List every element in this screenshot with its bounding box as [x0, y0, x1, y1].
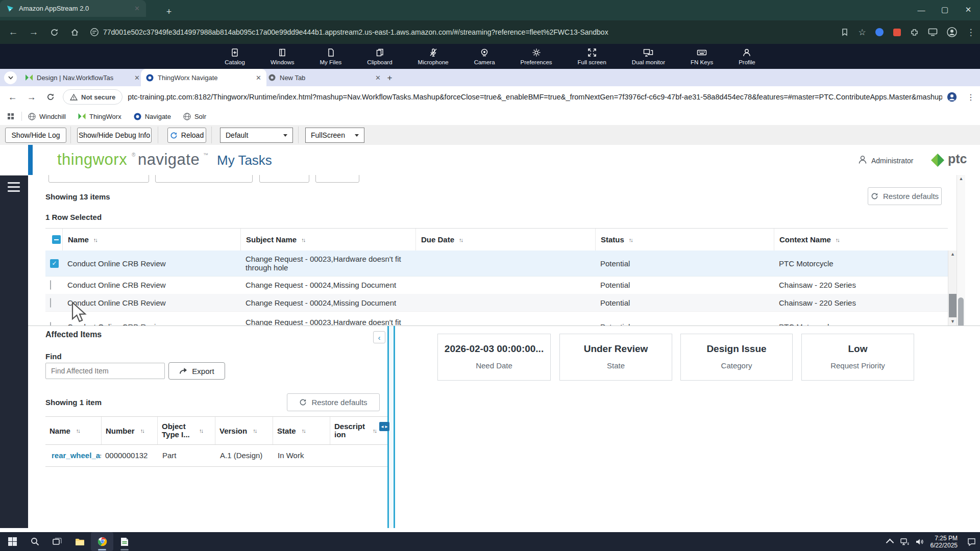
column-resize-handle[interactable]: ◄► — [379, 422, 389, 431]
column-header-due-date[interactable]: Due Date — [415, 229, 595, 251]
sort-icon[interactable] — [93, 237, 97, 243]
column-header-name[interactable]: Name — [62, 229, 240, 251]
column-header-name[interactable]: Name — [45, 417, 101, 444]
toolbar-item-profile[interactable]: Profile — [726, 44, 768, 69]
bookmark-navigate[interactable]: Navigate — [128, 113, 177, 120]
toolbar-item-preferences[interactable]: Preferences — [508, 44, 565, 69]
inner-back-icon[interactable]: ← — [3, 92, 22, 103]
screen-select[interactable]: FullScreen — [305, 128, 364, 143]
profile-avatar-icon[interactable] — [942, 27, 962, 37]
toolbar-item-dual-monitor[interactable]: Dual monitor — [619, 44, 678, 69]
column-header-context[interactable]: Context Name — [774, 229, 948, 251]
tab-close-icon[interactable]: ✕ — [375, 74, 381, 82]
affected-item-link[interactable]: rear_wheel_as — [45, 451, 101, 460]
row-checkbox-checked[interactable]: ✓ — [50, 259, 59, 268]
filter-input-clipped[interactable] — [48, 175, 149, 183]
bookmark-solr[interactable]: Solr — [177, 113, 212, 120]
toolbar-item-camera[interactable]: Camera — [461, 44, 508, 69]
inner-menu-icon[interactable]: ⋮ — [962, 92, 980, 102]
tray-expand-icon[interactable] — [883, 532, 898, 551]
table-row[interactable]: ✓ Conduct Online CRB Review Change Reque… — [45, 251, 948, 277]
star-icon[interactable]: ☆ — [853, 27, 871, 38]
mashup-select[interactable]: Default — [220, 128, 293, 143]
search-button[interactable] — [23, 532, 46, 551]
outer-tab-appstream[interactable]: Amazon AppStream 2.0 ✕ — [0, 0, 146, 17]
sort-icon[interactable] — [836, 237, 839, 243]
toolbar-item-microphone[interactable]: Microphone — [405, 44, 461, 69]
inner-forward-icon[interactable]: → — [22, 92, 41, 103]
collapse-panel-button[interactable]: ‹ — [373, 331, 385, 343]
outer-minimize-button[interactable]: — — [910, 0, 933, 19]
taskbar-clock[interactable]: 7:25 PM 6/22/2025 — [930, 535, 958, 549]
sort-icon[interactable] — [373, 428, 376, 434]
bookmark-windchill[interactable]: Windchill — [22, 113, 72, 120]
site-settings-icon[interactable] — [90, 28, 99, 37]
chrome-taskbar-button[interactable] — [91, 532, 113, 551]
filter-button-clipped[interactable] — [315, 175, 359, 183]
outer-refresh-icon[interactable] — [44, 28, 64, 37]
tab-thingworx-navigate-active[interactable]: ThingWorx Navigate ✕ — [141, 69, 266, 86]
office-app-button[interactable] — [113, 532, 136, 551]
table-row-clipped[interactable]: Conduct Online CRB Review Change Request… — [28, 311, 948, 325]
column-header-status[interactable]: Status — [595, 229, 774, 251]
scroll-up-icon[interactable]: ▲ — [948, 251, 957, 258]
user-icon[interactable] — [857, 155, 868, 165]
sort-icon[interactable] — [629, 237, 632, 243]
tab-search-chevron-icon[interactable] — [4, 71, 17, 84]
sort-icon[interactable] — [459, 237, 462, 243]
start-button[interactable] — [1, 532, 23, 551]
inner-profile-avatar-icon[interactable] — [942, 92, 962, 102]
table-row[interactable]: Conduct Online CRB Review Change Request… — [45, 294, 948, 312]
outer-new-tab-button[interactable]: + — [162, 5, 176, 18]
apps-grid-icon[interactable] — [0, 113, 21, 120]
outer-tab-close-icon[interactable]: ✕ — [134, 5, 140, 12]
tab-close-icon[interactable]: ✕ — [134, 74, 140, 82]
volume-icon[interactable] — [912, 532, 927, 551]
scroll-down-icon[interactable]: ▼ — [948, 318, 957, 325]
show-hide-log-button[interactable]: Show/Hide Log — [5, 128, 66, 143]
affected-table-row[interactable]: rear_wheel_as 0000000132 Part A.1 (Desig… — [45, 444, 387, 467]
scrollbar-thumb[interactable] — [949, 294, 957, 317]
row-checkbox[interactable] — [50, 280, 51, 290]
screen-share-icon[interactable] — [923, 28, 942, 36]
filter-input-clipped[interactable] — [155, 175, 253, 183]
column-header-description[interactable]: Description — [330, 417, 387, 444]
column-header-state[interactable]: State — [273, 417, 330, 444]
show-hide-debug-button[interactable]: Show/Hide Debug Info — [77, 128, 152, 143]
task-view-button[interactable] — [46, 532, 68, 551]
sort-icon[interactable] — [140, 428, 144, 434]
inner-new-tab-button[interactable]: + — [384, 72, 396, 84]
user-name[interactable]: Administrator — [871, 157, 913, 165]
action-center-icon[interactable] — [963, 532, 980, 551]
tab-new-tab[interactable]: New Tab ✕ — [263, 69, 386, 86]
outer-home-icon[interactable] — [64, 28, 85, 37]
toolbar-item-catalog[interactable]: Catalog — [212, 44, 258, 69]
restore-defaults-button[interactable]: Restore defaults — [868, 187, 942, 205]
sort-icon[interactable] — [76, 428, 80, 434]
sort-icon[interactable] — [301, 237, 305, 243]
outer-forward-icon[interactable]: → — [23, 27, 44, 38]
not-secure-chip[interactable]: Not secure — [63, 89, 122, 105]
table-scrollbar[interactable]: ▲ ▼ — [948, 251, 957, 325]
extensions-puzzle-icon[interactable] — [905, 28, 923, 37]
bookmark-thingworx[interactable]: ThingWorx — [72, 113, 128, 120]
affected-restore-defaults-button[interactable]: Restore defaults — [287, 393, 380, 411]
table-row[interactable]: Conduct Online CRB Review Change Request… — [45, 276, 948, 294]
file-explorer-button[interactable] — [68, 532, 91, 551]
reload-button[interactable]: Reload — [167, 128, 206, 143]
toolbar-item-my-files[interactable]: My Files — [307, 44, 355, 69]
sort-icon[interactable] — [302, 428, 305, 434]
outer-close-button[interactable]: ✕ — [957, 0, 980, 19]
bookmark-add-icon[interactable] — [836, 28, 853, 36]
toolbar-item-clipboard[interactable]: Clipboard — [354, 44, 405, 69]
outer-menu-icon[interactable]: ⋮ — [962, 27, 980, 38]
tab-close-icon[interactable]: ✕ — [256, 74, 261, 82]
inner-refresh-icon[interactable] — [41, 93, 60, 101]
outer-maximize-button[interactable]: ▢ — [933, 0, 957, 19]
extension-blue-icon[interactable] — [871, 28, 888, 36]
sort-icon[interactable] — [199, 428, 203, 434]
column-header-number[interactable]: Number — [101, 417, 157, 444]
outer-url-text[interactable]: 77d001e502c37949fe3d14997988ab814ab095c1… — [103, 28, 836, 36]
toolbar-item-full-screen[interactable]: Full screen — [565, 44, 619, 69]
outer-back-icon[interactable]: ← — [3, 27, 23, 38]
